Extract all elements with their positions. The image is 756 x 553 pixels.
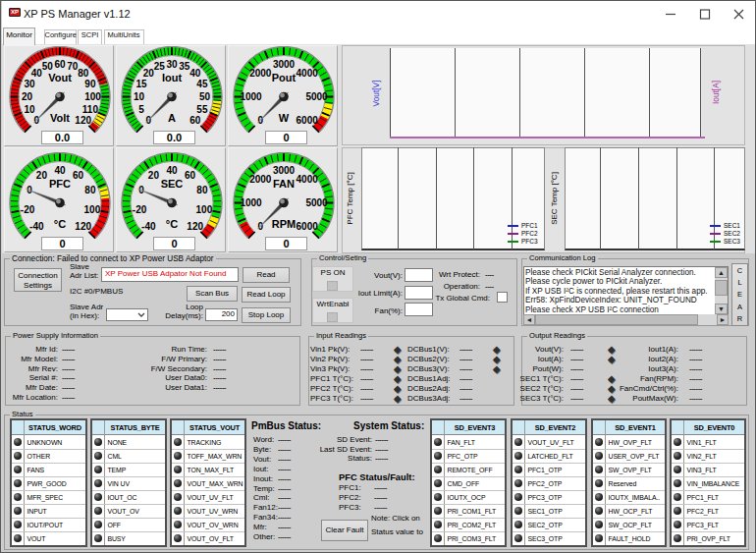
svg-text:4000: 4000 bbox=[297, 68, 319, 79]
svg-text:120: 120 bbox=[75, 115, 91, 126]
svg-text:60: 60 bbox=[189, 115, 201, 126]
svg-text:°C: °C bbox=[54, 218, 66, 230]
svg-text:55: 55 bbox=[196, 104, 208, 115]
svg-text:1000: 1000 bbox=[240, 197, 262, 208]
svg-text:40: 40 bbox=[166, 165, 178, 176]
svg-text:100: 100 bbox=[196, 204, 213, 215]
svg-text:Volt: Volt bbox=[50, 112, 70, 124]
svg-text:5: 5 bbox=[138, 104, 144, 115]
svg-text:6000: 6000 bbox=[297, 221, 319, 232]
svg-text:50: 50 bbox=[42, 61, 54, 72]
svg-text:SEC: SEC bbox=[161, 178, 184, 190]
svg-text:°C: °C bbox=[166, 218, 178, 230]
svg-text:Vout: Vout bbox=[48, 72, 72, 83]
svg-text:PFC: PFC bbox=[49, 178, 71, 190]
svg-text:15: 15 bbox=[136, 79, 148, 89]
svg-text:45: 45 bbox=[196, 79, 208, 89]
svg-text:60: 60 bbox=[73, 170, 84, 181]
svg-text:20: 20 bbox=[148, 170, 160, 181]
svg-text:1000: 1000 bbox=[240, 91, 262, 102]
svg-text:90: 90 bbox=[84, 79, 96, 89]
svg-text:6000: 6000 bbox=[297, 115, 319, 126]
svg-text:Iout: Iout bbox=[162, 72, 182, 83]
svg-text:35: 35 bbox=[179, 61, 190, 72]
svg-text:2000: 2000 bbox=[249, 68, 272, 79]
svg-text:-20: -20 bbox=[133, 204, 147, 215]
svg-text:120: 120 bbox=[187, 221, 203, 232]
svg-text:FAN: FAN bbox=[273, 178, 295, 190]
svg-text:20: 20 bbox=[22, 91, 33, 102]
svg-text:5000: 5000 bbox=[305, 91, 328, 102]
svg-text:70: 70 bbox=[67, 61, 79, 72]
svg-text:3000: 3000 bbox=[273, 165, 296, 176]
svg-text:100: 100 bbox=[84, 204, 101, 215]
svg-text:100: 100 bbox=[84, 91, 101, 102]
svg-text:110: 110 bbox=[82, 104, 99, 115]
svg-text:30: 30 bbox=[166, 59, 178, 70]
svg-text:80: 80 bbox=[196, 185, 208, 195]
svg-text:40: 40 bbox=[54, 165, 66, 176]
svg-text:40: 40 bbox=[31, 68, 43, 79]
svg-text:4000: 4000 bbox=[297, 174, 319, 185]
svg-text:10: 10 bbox=[134, 91, 145, 102]
svg-text:RPM: RPM bbox=[272, 218, 296, 230]
svg-text:A: A bbox=[168, 112, 176, 124]
svg-text:-40: -40 bbox=[29, 221, 44, 232]
svg-text:60: 60 bbox=[54, 59, 66, 70]
svg-text:-40: -40 bbox=[141, 221, 156, 232]
svg-text:120: 120 bbox=[75, 221, 91, 232]
svg-text:3000: 3000 bbox=[273, 59, 296, 70]
svg-text:40: 40 bbox=[189, 68, 201, 79]
svg-text:Pout: Pout bbox=[272, 72, 297, 83]
svg-text:80: 80 bbox=[84, 185, 96, 195]
svg-text:80: 80 bbox=[78, 68, 89, 79]
svg-text:10: 10 bbox=[25, 104, 36, 115]
svg-text:5000: 5000 bbox=[305, 197, 328, 208]
svg-text:20: 20 bbox=[143, 68, 155, 79]
svg-text:-20: -20 bbox=[21, 204, 35, 215]
svg-text:W: W bbox=[279, 112, 290, 124]
svg-text:60: 60 bbox=[185, 170, 196, 181]
svg-text:30: 30 bbox=[25, 79, 36, 89]
svg-text:25: 25 bbox=[154, 61, 166, 72]
svg-text:50: 50 bbox=[199, 91, 211, 102]
svg-text:20: 20 bbox=[36, 170, 48, 181]
svg-text:2000: 2000 bbox=[249, 174, 272, 185]
